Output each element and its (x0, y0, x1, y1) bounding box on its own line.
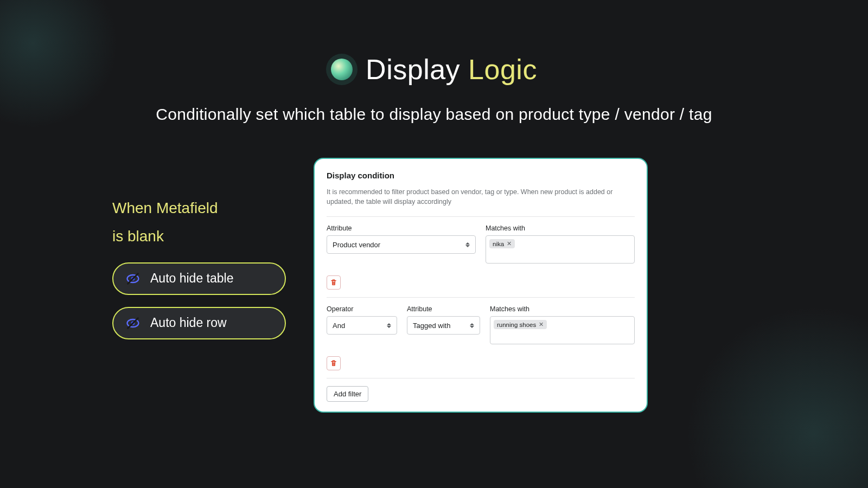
left-heading: When Metafield is blank (112, 194, 293, 251)
matches-tag-input[interactable]: nika ✕ (486, 235, 635, 264)
tag-remove-icon[interactable]: ✕ (507, 240, 512, 247)
label-attribute: Attribute (327, 224, 476, 232)
bg-gradient-bottom-right (651, 271, 868, 488)
trash-icon (330, 279, 337, 286)
pill-auto-hide-row[interactable]: Auto hide row (112, 307, 286, 339)
field-attribute: Attribute Tagged with (407, 305, 480, 344)
page-title: Display Logic (366, 53, 537, 86)
hero: Display Logic Conditionally set which ta… (0, 53, 868, 126)
label-operator: Operator (327, 305, 397, 313)
attribute-select[interactable]: Tagged with (407, 316, 480, 335)
panel-description: It is recommended to filter product base… (327, 188, 635, 216)
left-heading-line1: When Metafield (112, 194, 293, 222)
select-value: And (333, 322, 345, 330)
field-matches: Matches with running shoes ✕ (490, 305, 635, 344)
label-attribute: Attribute (407, 305, 480, 313)
left-heading-line2: is blank (112, 222, 293, 251)
add-filter-row: Add filter (327, 378, 635, 402)
select-value: Tagged with (413, 322, 450, 330)
title-word-display: Display (366, 54, 460, 85)
field-attribute: Attribute Product vendor (327, 224, 476, 264)
operator-select[interactable]: And (327, 316, 397, 335)
title-word-logic: Logic (468, 54, 537, 85)
select-caret-icon (465, 242, 470, 247)
delete-filter-button[interactable] (327, 275, 341, 290)
display-condition-panel: Display condition It is recommended to f… (314, 158, 648, 413)
delete-filter-button[interactable] (327, 356, 341, 370)
pill-label: Auto hide table (150, 271, 233, 286)
select-caret-icon (470, 323, 474, 328)
orb-icon (331, 59, 353, 80)
field-matches: Matches with nika ✕ (486, 224, 635, 264)
matches-tag-input[interactable]: running shoes ✕ (490, 316, 635, 344)
tag-nika: nika ✕ (489, 239, 515, 248)
label-matches: Matches with (486, 224, 635, 232)
label-matches: Matches with (490, 305, 635, 313)
tag-running-shoes: running shoes ✕ (494, 320, 547, 329)
tag-remove-icon[interactable]: ✕ (539, 321, 544, 328)
pill-label: Auto hide row (150, 316, 227, 330)
attribute-select[interactable]: Product vendor (327, 235, 476, 254)
filter-row-2: Operator And Attribute Tagged with Match… (327, 297, 635, 344)
tag-text: running shoes (497, 322, 536, 328)
panel-title: Display condition (327, 171, 635, 180)
title-row: Display Logic (0, 53, 868, 86)
select-caret-icon (387, 323, 391, 328)
pill-auto-hide-table[interactable]: Auto hide table (112, 262, 286, 295)
filter-row-1: Attribute Product vendor Matches with ni… (327, 216, 635, 264)
eye-slash-icon (125, 316, 141, 331)
field-operator: Operator And (327, 305, 397, 344)
page-subtitle: Conditionally set which table to display… (0, 102, 868, 126)
tag-text: nika (493, 241, 504, 247)
eye-slash-icon (125, 271, 141, 286)
trash-icon (330, 359, 337, 367)
left-column: When Metafield is blank Auto hide table … (112, 194, 293, 339)
select-value: Product vendor (333, 241, 380, 249)
add-filter-button[interactable]: Add filter (327, 386, 368, 402)
